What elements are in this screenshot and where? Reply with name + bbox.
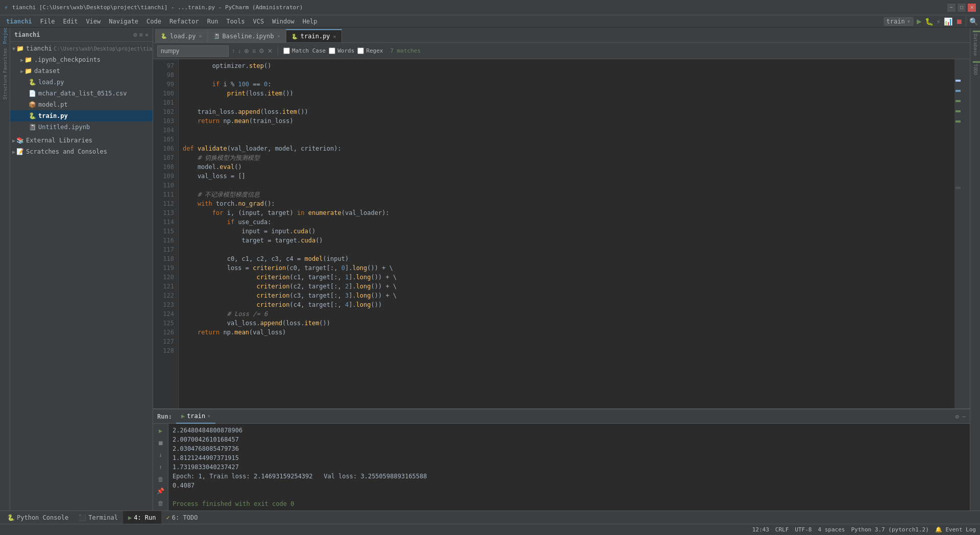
run-line-epoch: Epoch: 1, Train loss: 2.14693159254392 V… [173,472,966,481]
words-checkbox[interactable] [329,47,335,54]
stop-button[interactable]: ⏹ [955,17,963,26]
menu-code[interactable]: Code [142,17,165,26]
favorites-icon[interactable]: Favorites [1,56,10,65]
run-line-5: 1.7319833040237427 [173,463,966,472]
search-next[interactable]: ↓ [238,47,241,55]
search-find-all[interactable]: ⊕ [244,47,249,55]
tree-item-model-pt[interactable]: 📦 model.pt [10,99,153,110]
label-ipynb-checkpoints: .ipynb_checkpoints [34,56,101,63]
search-everywhere[interactable]: 🔍 [969,17,978,26]
status-python-version[interactable]: Python 3.7 (pytorch1.2) [851,526,928,533]
trash-output[interactable]: 🗑 [155,498,166,508]
tree-item-load-py[interactable]: 🐍 load.py [10,77,153,88]
menu-edit[interactable]: Edit [59,17,82,26]
tab-label-train: train.py [301,33,330,40]
sidebar-database[interactable]: Database [973,30,978,60]
run-tab-train[interactable]: ▶ train ✕ [176,409,215,424]
run-button[interactable]: ▶ [917,16,922,26]
scroll-to-end[interactable]: ↓ [155,450,166,460]
ln-121: 121 [153,282,178,291]
tree-item-dataset[interactable]: ▶ 📁 dataset [10,65,153,77]
settings-icon[interactable]: ⚙ [955,413,959,420]
project-icon[interactable]: Project [1,30,10,39]
menu-tianchi[interactable]: tianchi [2,17,36,26]
ln-105: 105 [153,135,178,144]
ln-106: 106 [153,144,178,153]
title-text: tianchi [C:\Users\wxb\Desktop\project\ti… [12,4,303,11]
tab-train-py[interactable]: 🐍 train.py ✕ [286,29,342,42]
tree-root[interactable]: ▼ 📁 tianchi C:\Users\wxb\Desktop\project… [10,43,153,54]
ln-103: 103 [153,116,178,126]
run-tab-close[interactable]: ✕ [207,413,210,419]
sidebar-todo[interactable]: TODO [973,60,978,79]
menu-navigate[interactable]: Navigate [105,17,142,26]
editor-area: 🐍 load.py ✕ 📓 Baseline.ipynb ✕ 🐍 train.p… [153,28,970,510]
tab-close-train[interactable]: ✕ [333,34,336,39]
code-line-116: target = target.cuda() [183,236,950,245]
code-content[interactable]: optimizer.step() if i % 100 == 0: print(… [179,59,954,408]
ln-126: 126 [153,328,178,337]
status-line-ending[interactable]: CRLF [775,526,789,533]
menu-run[interactable]: Run [203,17,223,26]
search-prev[interactable]: ↑ [232,47,235,55]
maximize-button[interactable]: □ [958,4,966,12]
collapse-panel[interactable]: − [962,413,966,420]
status-event-log[interactable]: 🔔 Event Log [935,526,976,533]
search-replace[interactable]: ≡ [252,47,256,55]
ln-114: 114 [153,217,178,227]
regex-checkbox[interactable] [357,47,364,54]
menu-tools[interactable]: Tools [222,17,249,26]
panel-gear[interactable]: ⚙ [133,31,137,38]
profile-button[interactable]: 📊 [944,17,952,26]
ln-104: 104 [153,126,178,135]
menu-refactor[interactable]: Refactor [165,17,203,26]
clear-output[interactable]: 🗑 [155,474,166,484]
search-close[interactable]: ✕ [267,47,273,55]
minimize-button[interactable]: − [947,4,955,12]
panel-collapse[interactable]: ≡ [139,31,143,38]
python-console-tab[interactable]: 🐍 Python Console [2,511,74,524]
menu-view[interactable]: View [82,17,105,26]
folder-icon: 📁 [16,45,24,52]
run-coverage[interactable]: ⚡ [937,17,941,26]
search-filter[interactable]: ⚙ [259,47,264,55]
folder-icon-checkpoints: 📁 [24,56,32,63]
line-numbers: 97 98 99 100 101 102 103 104 105 106 107… [153,59,179,408]
tab-close-baseline[interactable]: ✕ [277,33,280,39]
tree-item-csv[interactable]: 📄 mchar_data_list_0515.csv [10,88,153,99]
todo-tab[interactable]: ✓ 6: TODO [161,511,203,524]
run-toolbar-tab[interactable]: ▶ 4: Run [123,511,161,524]
tree-item-untitled-ipynb[interactable]: 📓 Untitled.ipynb [10,121,153,133]
status-encoding[interactable]: UTF-8 [795,526,812,533]
ln-97: 97 [153,61,178,70]
terminal-tab[interactable]: ⬛ Terminal [74,511,123,524]
menu-file[interactable]: File [36,17,59,26]
tree-item-external-libraries[interactable]: ▶ 📚 External Libraries [10,135,153,146]
tree-item-scratches[interactable]: ▶ 📝 Scratches and Consoles [10,146,153,157]
scroll-to-start[interactable]: ↑ [155,462,166,472]
pin-tab[interactable]: 📌 [155,487,166,497]
status-bar: 12:43 CRLF UTF-8 4 spaces Python 3.7 (py… [0,524,980,535]
menu-window[interactable]: Window [268,17,298,26]
tree-item-train-py[interactable]: 🐍 train.py [10,110,153,121]
rerun-button[interactable]: ▶ [155,426,166,436]
search-input[interactable] [157,45,229,57]
menu-help[interactable]: Help [299,17,322,26]
structure-icon[interactable]: Structure [1,83,10,92]
match-case-checkbox[interactable] [283,47,290,54]
tab-baseline[interactable]: 📓 Baseline.ipynb ✕ [208,29,286,42]
menu-vcs[interactable]: VCS [249,17,268,26]
tree-item-ipynb-checkpoints[interactable]: ▶ 📁 .ipynb_checkpoints [10,54,153,65]
code-line-124: # Loss /= 6 [183,309,950,319]
debug-button[interactable]: 🐛 [925,17,934,26]
stop-run-button[interactable]: ⏹ [155,438,166,448]
tab-close-load[interactable]: ✕ [199,33,202,39]
code-line-117 [183,245,950,254]
ln-107: 107 [153,153,178,162]
status-indent[interactable]: 4 spaces [818,526,845,533]
tab-load-py[interactable]: 🐍 load.py ✕ [155,29,208,42]
close-button[interactable]: ✕ [968,4,976,12]
panel-close[interactable]: ✕ [145,31,149,38]
code-line-128 [183,346,950,355]
run-config-dropdown[interactable]: ▾ [907,18,911,25]
